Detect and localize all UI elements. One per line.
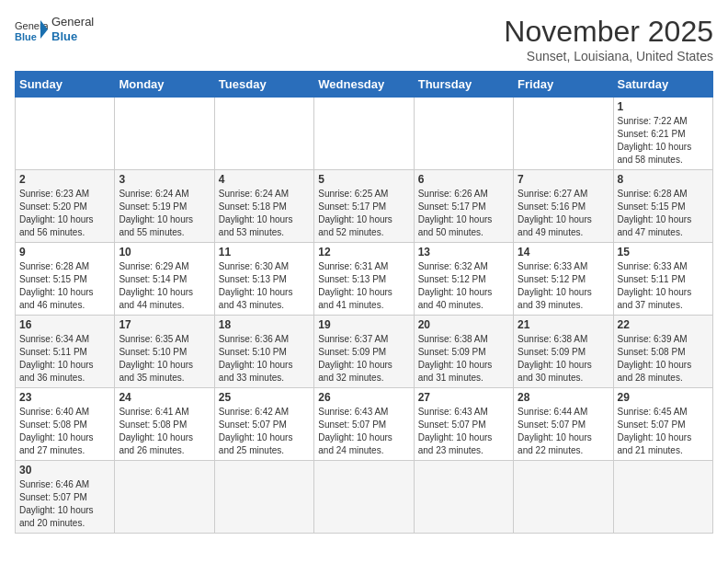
day-number: 17: [119, 318, 210, 331]
calendar-cell: 23Sunrise: 6:40 AM Sunset: 5:08 PM Dayli…: [16, 388, 115, 461]
day-info: Sunrise: 6:43 AM Sunset: 5:07 PM Dayligh…: [418, 406, 509, 457]
day-info: Sunrise: 6:38 AM Sunset: 5:09 PM Dayligh…: [418, 333, 509, 385]
calendar-cell: 3Sunrise: 6:24 AM Sunset: 5:19 PM Daylig…: [115, 170, 214, 243]
header-monday: Monday: [115, 72, 214, 98]
calendar-cell: 24Sunrise: 6:41 AM Sunset: 5:08 PM Dayli…: [115, 388, 214, 461]
calendar-cell: 4Sunrise: 6:24 AM Sunset: 5:18 PM Daylig…: [214, 170, 313, 243]
calendar-cell: 27Sunrise: 6:43 AM Sunset: 5:07 PM Dayli…: [414, 388, 513, 461]
calendar-cell: [115, 461, 214, 534]
calendar-cell: 30Sunrise: 6:46 AM Sunset: 5:07 PM Dayli…: [16, 461, 115, 534]
calendar-cell: [613, 461, 712, 534]
calendar-week-5: 23Sunrise: 6:40 AM Sunset: 5:08 PM Dayli…: [16, 388, 713, 461]
day-number: 28: [518, 391, 609, 404]
day-info: Sunrise: 6:37 AM Sunset: 5:09 PM Dayligh…: [318, 333, 409, 385]
day-number: 25: [219, 391, 310, 404]
calendar-cell: [414, 461, 513, 534]
day-number: 1: [618, 100, 709, 113]
calendar-cell: 6Sunrise: 6:26 AM Sunset: 5:17 PM Daylig…: [414, 170, 513, 243]
calendar-cell: 21Sunrise: 6:38 AM Sunset: 5:09 PM Dayli…: [514, 316, 613, 388]
header-thursday: Thursday: [414, 72, 513, 98]
day-number: 15: [618, 246, 709, 259]
day-info: Sunrise: 6:35 AM Sunset: 5:10 PM Dayligh…: [119, 333, 210, 385]
day-info: Sunrise: 7:22 AM Sunset: 6:21 PM Dayligh…: [618, 115, 709, 167]
calendar-cell: 26Sunrise: 6:43 AM Sunset: 5:07 PM Dayli…: [314, 388, 414, 461]
day-info: Sunrise: 6:24 AM Sunset: 5:18 PM Dayligh…: [219, 188, 310, 239]
day-number: 13: [418, 246, 509, 259]
day-number: 30: [19, 464, 110, 477]
day-info: Sunrise: 6:32 AM Sunset: 5:12 PM Dayligh…: [418, 260, 509, 312]
day-info: Sunrise: 6:36 AM Sunset: 5:10 PM Dayligh…: [219, 333, 310, 385]
title-section: November 2025 Sunset, Louisiana, United …: [504, 15, 713, 63]
day-info: Sunrise: 6:25 AM Sunset: 5:17 PM Dayligh…: [318, 188, 409, 239]
calendar-cell: 13Sunrise: 6:32 AM Sunset: 5:12 PM Dayli…: [414, 243, 513, 316]
calendar-cell: 2Sunrise: 6:23 AM Sunset: 5:20 PM Daylig…: [16, 170, 115, 243]
day-info: Sunrise: 6:38 AM Sunset: 5:09 PM Dayligh…: [518, 333, 609, 385]
calendar-week-1: 1Sunrise: 7:22 AM Sunset: 6:21 PM Daylig…: [16, 98, 713, 170]
day-number: 8: [618, 173, 709, 186]
day-info: Sunrise: 6:34 AM Sunset: 5:11 PM Dayligh…: [19, 333, 110, 385]
day-info: Sunrise: 6:41 AM Sunset: 5:08 PM Dayligh…: [119, 406, 210, 457]
calendar-cell: [115, 98, 214, 170]
header-sunday: Sunday: [16, 72, 115, 98]
calendar-cell: [314, 461, 414, 534]
day-number: 5: [318, 173, 409, 186]
day-info: Sunrise: 6:24 AM Sunset: 5:19 PM Dayligh…: [119, 188, 210, 239]
day-number: 27: [418, 391, 509, 404]
calendar-cell: 8Sunrise: 6:28 AM Sunset: 5:15 PM Daylig…: [613, 170, 712, 243]
calendar-table: SundayMondayTuesdayWednesdayThursdayFrid…: [15, 71, 713, 534]
day-info: Sunrise: 6:42 AM Sunset: 5:07 PM Dayligh…: [219, 406, 310, 457]
calendar-cell: 17Sunrise: 6:35 AM Sunset: 5:10 PM Dayli…: [115, 316, 214, 388]
header-wednesday: Wednesday: [314, 72, 414, 98]
calendar-cell: 1Sunrise: 7:22 AM Sunset: 6:21 PM Daylig…: [613, 98, 712, 170]
day-number: 9: [19, 246, 110, 259]
calendar-cell: 9Sunrise: 6:28 AM Sunset: 5:15 PM Daylig…: [16, 243, 115, 316]
day-number: 4: [219, 173, 310, 186]
day-number: 22: [618, 318, 709, 331]
calendar-cell: [214, 461, 313, 534]
day-info: Sunrise: 6:26 AM Sunset: 5:17 PM Dayligh…: [418, 188, 509, 239]
day-number: 26: [318, 391, 409, 404]
calendar-cell: 5Sunrise: 6:25 AM Sunset: 5:17 PM Daylig…: [314, 170, 414, 243]
calendar-cell: 18Sunrise: 6:36 AM Sunset: 5:10 PM Dayli…: [214, 316, 313, 388]
day-number: 29: [618, 391, 709, 404]
day-number: 20: [418, 318, 509, 331]
day-number: 7: [518, 173, 609, 186]
day-info: Sunrise: 6:46 AM Sunset: 5:07 PM Dayligh…: [19, 478, 110, 530]
header-friday: Friday: [514, 72, 613, 98]
day-info: Sunrise: 6:28 AM Sunset: 5:15 PM Dayligh…: [618, 188, 709, 239]
day-info: Sunrise: 6:44 AM Sunset: 5:07 PM Dayligh…: [518, 406, 609, 457]
calendar-cell: 25Sunrise: 6:42 AM Sunset: 5:07 PM Dayli…: [214, 388, 313, 461]
svg-text:Blue: Blue: [15, 31, 37, 42]
day-info: Sunrise: 6:43 AM Sunset: 5:07 PM Dayligh…: [318, 406, 409, 457]
day-number: 24: [119, 391, 210, 404]
day-number: 16: [19, 318, 110, 331]
calendar-header-row: SundayMondayTuesdayWednesdayThursdayFrid…: [16, 72, 713, 98]
day-number: 14: [518, 246, 609, 259]
calendar-cell: 14Sunrise: 6:33 AM Sunset: 5:12 PM Dayli…: [514, 243, 613, 316]
day-number: 6: [418, 173, 509, 186]
calendar-week-6: 30Sunrise: 6:46 AM Sunset: 5:07 PM Dayli…: [16, 461, 713, 534]
day-number: 19: [318, 318, 409, 331]
header-saturday: Saturday: [613, 72, 712, 98]
day-number: 10: [119, 246, 210, 259]
day-number: 12: [318, 246, 409, 259]
calendar-cell: [214, 98, 313, 170]
day-number: 21: [518, 318, 609, 331]
day-info: Sunrise: 6:30 AM Sunset: 5:13 PM Dayligh…: [219, 260, 310, 312]
calendar-cell: [314, 98, 414, 170]
day-info: Sunrise: 6:40 AM Sunset: 5:08 PM Dayligh…: [19, 406, 110, 457]
calendar-cell: 29Sunrise: 6:45 AM Sunset: 5:07 PM Dayli…: [613, 388, 712, 461]
month-title: November 2025: [504, 15, 713, 49]
day-info: Sunrise: 6:33 AM Sunset: 5:11 PM Dayligh…: [618, 260, 709, 312]
calendar-cell: 20Sunrise: 6:38 AM Sunset: 5:09 PM Dayli…: [414, 316, 513, 388]
calendar-cell: 10Sunrise: 6:29 AM Sunset: 5:14 PM Dayli…: [115, 243, 214, 316]
calendar-cell: 15Sunrise: 6:33 AM Sunset: 5:11 PM Dayli…: [613, 243, 712, 316]
header-tuesday: Tuesday: [214, 72, 313, 98]
logo-icon: General Blue: [15, 17, 48, 42]
page-header: General Blue General Blue November 2025 …: [15, 15, 713, 63]
calendar-cell: [16, 98, 115, 170]
day-info: Sunrise: 6:31 AM Sunset: 5:13 PM Dayligh…: [318, 260, 409, 312]
day-number: 2: [19, 173, 110, 186]
logo: General Blue General Blue: [15, 15, 94, 43]
calendar-cell: 19Sunrise: 6:37 AM Sunset: 5:09 PM Dayli…: [314, 316, 414, 388]
